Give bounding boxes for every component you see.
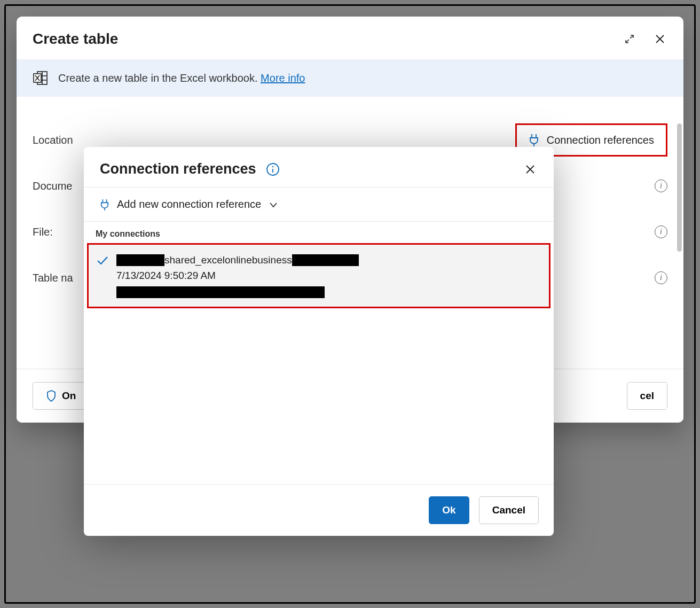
- owner-label: On: [62, 390, 76, 402]
- connection-name: shared_excelonlinebusiness: [116, 252, 359, 268]
- shield-icon: [46, 390, 57, 402]
- field-label: Table na: [33, 272, 73, 284]
- info-icon[interactable]: [266, 162, 280, 176]
- info-icon[interactable]: i: [655, 271, 667, 284]
- redacted-text: [116, 254, 164, 266]
- check-icon: [96, 254, 109, 267]
- connection-references-label: Connection references: [547, 134, 654, 146]
- info-banner: Create a new table in the Excel workbook…: [17, 59, 683, 97]
- plug-icon: [529, 134, 539, 146]
- add-connection-reference[interactable]: Add new connection reference: [84, 187, 554, 222]
- cancel-button[interactable]: cel: [627, 382, 667, 410]
- vertical-scrollbar[interactable]: [677, 123, 682, 252]
- redacted-text: [116, 286, 325, 298]
- ok-button[interactable]: Ok: [429, 496, 469, 524]
- svg-point-9: [272, 166, 273, 167]
- plug-icon: [100, 199, 109, 211]
- dialog-title: Create table: [33, 30, 118, 48]
- cancel-button[interactable]: Cancel: [479, 496, 539, 524]
- close-icon[interactable]: [652, 32, 667, 46]
- app-frame: Create table: [4, 4, 696, 604]
- cancel-label: cel: [640, 390, 654, 402]
- popover-title: Connection references: [100, 161, 256, 177]
- header-actions: [623, 32, 667, 46]
- redacted-text: [292, 254, 359, 266]
- my-connections-header: My connections: [84, 222, 554, 243]
- connection-subline: [116, 284, 359, 299]
- add-connection-label: Add new connection reference: [117, 198, 261, 211]
- info-icon[interactable]: i: [655, 180, 667, 192]
- more-info-link[interactable]: More info: [261, 72, 305, 84]
- dialog-header: Create table: [17, 17, 683, 59]
- field-label: Location: [33, 134, 73, 146]
- close-icon[interactable]: [523, 162, 538, 177]
- chevron-down-icon: [269, 200, 278, 209]
- info-icon[interactable]: i: [655, 225, 667, 238]
- connection-references-popover: Connection references: [84, 147, 554, 536]
- owner-button[interactable]: On: [33, 382, 89, 410]
- info-text: Create a new table in the Excel workbook…: [58, 72, 305, 84]
- connection-item[interactable]: shared_excelonlinebusiness 7/13/2024 9:5…: [87, 243, 550, 308]
- expand-icon[interactable]: [623, 32, 636, 46]
- connection-timestamp: 7/13/2024 9:50:29 AM: [116, 268, 359, 283]
- connection-details: shared_excelonlinebusiness 7/13/2024 9:5…: [116, 252, 359, 299]
- field-label: Docume: [33, 180, 72, 192]
- popover-footer: Ok Cancel: [84, 484, 554, 536]
- field-label: File:: [33, 226, 53, 238]
- popover-header: Connection references: [84, 147, 554, 187]
- excel-icon: [33, 70, 49, 86]
